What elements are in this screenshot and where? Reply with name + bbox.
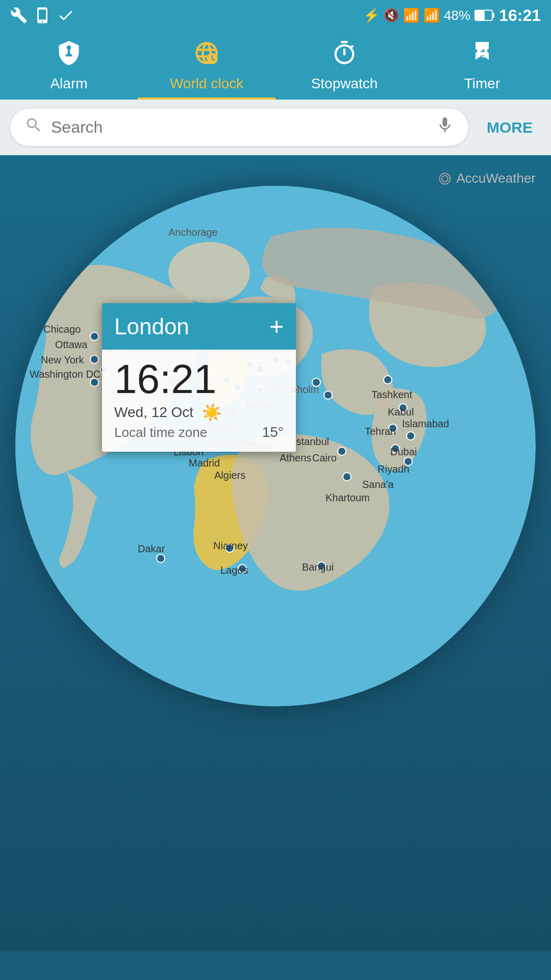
status-icons-left xyxy=(10,7,74,24)
globe-area: AccuWeather xyxy=(0,155,551,951)
status-time: 16:21 xyxy=(499,6,541,25)
svg-point-27 xyxy=(338,447,346,455)
card-temperature: 15° xyxy=(262,424,284,440)
card-date-row: Wed, 12 Oct ☀️ xyxy=(114,403,284,422)
accuweather-badge: AccuWeather xyxy=(438,170,536,186)
city-ottawa: Ottawa xyxy=(55,339,87,351)
search-input[interactable] xyxy=(51,118,428,137)
check-icon xyxy=(57,7,74,24)
tab-timer-label: Timer xyxy=(464,76,500,92)
city-dakar: Dakar xyxy=(138,543,165,555)
city-khartoum: Khartoum xyxy=(325,492,370,504)
svg-point-24 xyxy=(407,432,415,440)
tab-alarm-label: Alarm xyxy=(50,76,87,92)
card-time: 16:21 xyxy=(114,359,284,400)
city-kabul: Kabul xyxy=(388,406,414,418)
city-islamabad: Islamabad xyxy=(402,418,449,430)
alarm-icon xyxy=(56,40,82,72)
svg-point-21 xyxy=(384,376,392,384)
wifi-icon: 📶 xyxy=(403,8,419,23)
tab-timer[interactable]: Timer xyxy=(413,31,551,98)
card-weather-icon: ☀️ xyxy=(202,403,222,422)
city-sanaa: Sana'a xyxy=(362,479,394,491)
card-date: Wed, 12 Oct xyxy=(114,404,193,421)
wrench-icon xyxy=(10,7,28,24)
city-dubai: Dubai xyxy=(390,446,417,458)
accuweather-label: AccuWeather xyxy=(456,170,536,186)
phone-icon xyxy=(34,7,51,24)
card-add-button[interactable]: + xyxy=(269,312,284,340)
tab-stopwatch-label: Stopwatch xyxy=(311,76,378,92)
city-chicago: Chicago xyxy=(43,324,81,335)
city-anchorage: Anchorage xyxy=(168,227,218,238)
microphone-icon[interactable] xyxy=(436,116,454,139)
svg-point-20 xyxy=(324,391,332,399)
sound-icon: 🔇 xyxy=(384,8,399,22)
search-bar: MORE xyxy=(0,100,551,155)
tab-alarm[interactable]: Alarm xyxy=(0,31,138,98)
card-timezone: Local time zone xyxy=(114,425,207,440)
svg-rect-1 xyxy=(492,13,494,18)
more-button[interactable]: MORE xyxy=(479,114,541,141)
london-card: London + 16:21 Wed, 12 Oct ☀️ Local time… xyxy=(102,303,296,452)
search-icon xyxy=(24,116,43,139)
svg-point-8 xyxy=(90,355,98,363)
svg-point-28 xyxy=(343,473,351,481)
tab-worldclock-label: World clock xyxy=(170,76,243,92)
city-washingtondc: Washington DC xyxy=(30,369,101,380)
tab-stopwatch[interactable]: Stopwatch xyxy=(276,31,413,98)
signal-icon: 📶 xyxy=(423,8,440,23)
card-bottom-row: Local time zone 15° xyxy=(114,424,284,440)
svg-point-6 xyxy=(90,332,98,340)
city-cairo: Cairo xyxy=(312,452,337,464)
search-container[interactable] xyxy=(10,109,468,146)
battery-icon xyxy=(474,10,495,21)
city-riyadh: Riyadh xyxy=(378,463,409,475)
card-header: London + xyxy=(102,303,296,350)
city-bangui: Bangui xyxy=(302,561,334,573)
timer-icon xyxy=(469,40,495,72)
city-lagos: Lagos xyxy=(220,565,248,576)
status-bar: ⚡ 🔇 📶 📶 48% 16:21 xyxy=(0,0,551,31)
status-icons-right: ⚡ 🔇 📶 📶 48% 16:21 xyxy=(363,6,541,25)
tab-bar: Alarm World clock Stopwatch Timer xyxy=(0,31,551,100)
city-tashkent: Tashkent xyxy=(371,389,412,401)
worldclock-icon xyxy=(193,40,220,72)
city-algiers: Algiers xyxy=(214,470,245,481)
svg-rect-2 xyxy=(475,11,485,20)
tab-worldclock[interactable]: World clock xyxy=(138,31,276,98)
card-city-name: London xyxy=(114,314,189,339)
city-madrid: Madrid xyxy=(189,457,220,469)
svg-point-32 xyxy=(157,554,165,562)
stopwatch-icon xyxy=(331,40,358,72)
card-body: 16:21 Wed, 12 Oct ☀️ Local time zone 15° xyxy=(102,350,296,452)
city-istanbul: Istanbul xyxy=(293,436,329,448)
city-athens: Athens xyxy=(280,452,311,464)
city-newyork: New York xyxy=(41,354,84,366)
bluetooth-icon: ⚡ xyxy=(363,8,380,23)
city-tehran: Tehran xyxy=(365,426,396,437)
battery-percent: 48% xyxy=(444,8,470,23)
city-niamey: Niamey xyxy=(213,540,248,552)
